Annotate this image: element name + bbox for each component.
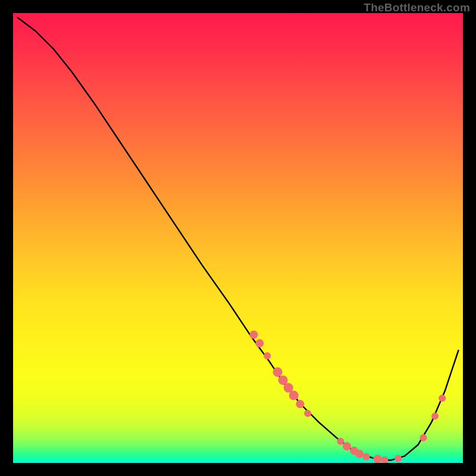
data-marker	[289, 391, 299, 400]
data-marker	[439, 394, 446, 402]
data-marker	[284, 383, 293, 393]
data-marker	[304, 410, 311, 417]
data-marker	[362, 453, 369, 460]
data-marker	[381, 456, 388, 463]
data-marker	[394, 455, 402, 462]
data-marker	[255, 339, 264, 347]
watermark-text: TheBottleneck.com	[364, 1, 470, 14]
bottleneck-curve	[18, 18, 459, 461]
chart-frame: TheBottleneck.com	[0, 0, 476, 476]
data-marker	[355, 450, 364, 458]
marker-group	[249, 331, 446, 463]
data-marker	[278, 375, 288, 385]
data-marker	[273, 367, 283, 377]
data-marker	[264, 352, 271, 359]
data-marker	[373, 455, 381, 463]
data-marker	[431, 412, 439, 419]
data-marker	[296, 400, 304, 408]
data-marker	[249, 331, 258, 339]
data-marker	[343, 442, 351, 450]
data-marker	[419, 434, 427, 441]
plot-area	[13, 13, 463, 463]
data-marker	[337, 438, 344, 445]
chart-svg	[13, 13, 463, 463]
